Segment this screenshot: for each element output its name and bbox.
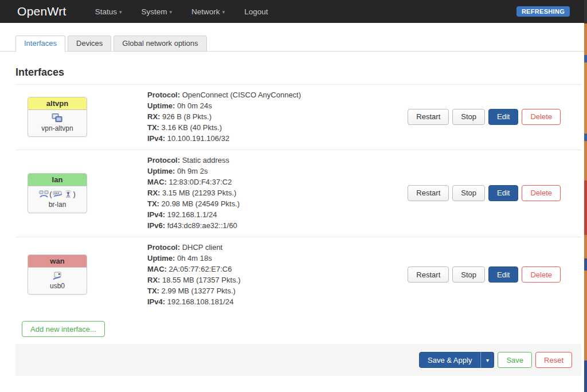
detail-line: TX: 3.16 KB (40 Pkts.)	[147, 122, 408, 133]
detail-line: RX: 18.55 MB (17357 Pkts.)	[147, 275, 408, 285]
nav-item-label: System	[142, 7, 167, 16]
interface-device-name: vpn-altvpn	[29, 124, 85, 132]
main-content: Interfaces altvpn vpn-altvpn Protocol: O…	[0, 66, 587, 376]
detail-value: 2.99 MB (13277 Pkts.)	[159, 287, 236, 295]
interface-row-wan: wan usb0 Protocol: DHCP clientUptime: 0h…	[15, 237, 581, 313]
detail-line: Uptime: 0h 4m 18s	[147, 253, 408, 264]
stop-button[interactable]: Stop	[452, 266, 485, 283]
stop-button[interactable]: Stop	[452, 109, 485, 125]
detail-value: 0h 9m 2s	[175, 167, 208, 175]
detail-label: TX:	[147, 123, 159, 132]
nav-item-logout[interactable]: Logout	[244, 7, 268, 16]
detail-line: Uptime: 0h 9m 2s	[147, 166, 408, 177]
detail-label: Uptime:	[147, 167, 175, 175]
detail-value: fd43:dc89:ae32::1/60	[165, 221, 237, 230]
interface-card-body: usb0	[28, 268, 87, 294]
detail-label: IPv4:	[147, 297, 165, 306]
save-apply-dropdown-button[interactable]: ▾	[480, 352, 494, 368]
interface-icons	[29, 113, 85, 123]
reset-button[interactable]: Reset	[535, 352, 572, 368]
refreshing-badge[interactable]: REFRESHING	[516, 6, 570, 17]
interface-card-column: wan usb0	[15, 254, 147, 295]
restart-button[interactable]: Restart	[408, 185, 449, 201]
detail-value: 20.98 MB (24549 Pkts.)	[159, 199, 240, 208]
interface-icons: ()	[29, 189, 85, 199]
interface-name: lan	[28, 174, 87, 186]
detail-label: RX:	[147, 276, 160, 284]
detail-value: 3.16 KB (40 Pkts.)	[159, 123, 222, 132]
detail-value: 926 B (8 Pkts.)	[160, 112, 212, 121]
detail-line: RX: 926 B (8 Pkts.)	[147, 111, 408, 122]
restart-button[interactable]: Restart	[408, 109, 449, 125]
screen-edge-artifact	[584, 0, 587, 392]
interface-actions: RestartStopEditDelete	[408, 185, 581, 201]
stop-button[interactable]: Stop	[452, 185, 485, 201]
interface-list: altvpn vpn-altvpn Protocol: OpenConnect …	[15, 85, 581, 313]
detail-line: MAC: 2A:05:77:62:E7:C6	[147, 264, 408, 275]
browser-viewport: OpenWrt Status▾ System▾ Network▾ Logout …	[0, 0, 587, 392]
detail-label: IPv4:	[147, 210, 165, 219]
nav-item-network[interactable]: Network▾	[191, 7, 225, 16]
save-apply-button[interactable]: Save & Apply	[419, 352, 480, 368]
interface-card-column: altvpn vpn-altvpn	[15, 97, 147, 137]
detail-value: 192.168.108.181/24	[165, 297, 233, 306]
edit-button[interactable]: Edit	[488, 185, 518, 201]
tab-bar: Interfaces Devices Global network option…	[0, 23, 587, 52]
edit-button[interactable]: Edit	[488, 266, 518, 283]
detail-value: 12:83:0D:F4:37:C2	[167, 178, 232, 186]
detail-label: Protocol:	[147, 91, 180, 99]
tab-interfaces[interactable]: Interfaces	[15, 36, 65, 52]
interface-row-altvpn: altvpn vpn-altvpn Protocol: OpenConnect …	[15, 85, 581, 150]
detail-label: RX:	[147, 112, 160, 121]
brand-logo[interactable]: OpenWrt	[17, 5, 66, 18]
restart-button[interactable]: Restart	[408, 266, 449, 283]
interface-card: wan usb0	[28, 254, 87, 295]
detail-label: MAC:	[147, 265, 167, 273]
detail-label: RX:	[147, 189, 160, 197]
detail-label: TX:	[147, 199, 159, 208]
tab-devices[interactable]: Devices	[68, 36, 111, 52]
interface-card-column: lan () br-lan	[15, 173, 147, 213]
interface-card: altvpn vpn-altvpn	[28, 97, 87, 137]
nav-item-system[interactable]: System▾	[142, 7, 173, 16]
interface-name: wan	[28, 255, 87, 268]
save-button[interactable]: Save	[498, 352, 532, 368]
detail-value: Static address	[180, 156, 229, 164]
tab-global-network-options[interactable]: Global network options	[114, 36, 206, 52]
detail-line: IPv6: fd43:dc89:ae32::1/60	[147, 220, 408, 231]
interface-card-body: vpn-altvpn	[28, 110, 87, 136]
interface-details: Protocol: OpenConnect (CISCO AnyConnect)…	[147, 89, 408, 144]
delete-button[interactable]: Delete	[522, 185, 561, 201]
detail-label: IPv4:	[147, 134, 165, 143]
chevron-down-icon: ▾	[119, 9, 122, 15]
detail-value: OpenConnect (CISCO AnyConnect)	[180, 91, 301, 99]
detail-value: DHCP client	[180, 243, 222, 252]
detail-value: 18.55 MB (17357 Pkts.)	[160, 276, 240, 284]
page-title: Interfaces	[15, 66, 581, 79]
detail-line: IPv4: 192.168.1.1/24	[147, 209, 408, 220]
interface-actions: RestartStopEditDelete	[408, 109, 581, 125]
delete-button[interactable]: Delete	[522, 266, 561, 283]
detail-line: Protocol: OpenConnect (CISCO AnyConnect)	[147, 89, 408, 100]
interface-card-body: () br-lan	[28, 186, 87, 213]
edit-button[interactable]: Edit	[488, 109, 518, 125]
interface-row-lan: lan () br-lan Protocol: Static addressUp…	[15, 150, 581, 237]
delete-button[interactable]: Delete	[522, 109, 561, 125]
detail-value: 0h 0m 24s	[175, 101, 212, 110]
detail-label: Uptime:	[147, 254, 175, 262]
chevron-down-icon: ▾	[486, 357, 489, 363]
detail-label: IPv6:	[147, 221, 165, 230]
interface-card: lan () br-lan	[28, 173, 87, 213]
nav-item-label: Status	[95, 7, 117, 16]
detail-label: Protocol:	[147, 156, 180, 164]
port-icon	[53, 272, 62, 280]
detail-value: 2A:05:77:62:E7:C6	[167, 265, 232, 273]
wifi-icon	[64, 190, 73, 198]
detail-label: Uptime:	[147, 101, 175, 110]
tunnel-icon	[52, 113, 63, 123]
interface-device-name: usb0	[29, 282, 85, 290]
detail-line: TX: 20.98 MB (24549 Pkts.)	[147, 198, 408, 209]
add-interface-button[interactable]: Add new interface...	[22, 321, 105, 337]
detail-value: 10.100.191.106/32	[165, 134, 229, 143]
nav-item-status[interactable]: Status▾	[95, 7, 122, 16]
